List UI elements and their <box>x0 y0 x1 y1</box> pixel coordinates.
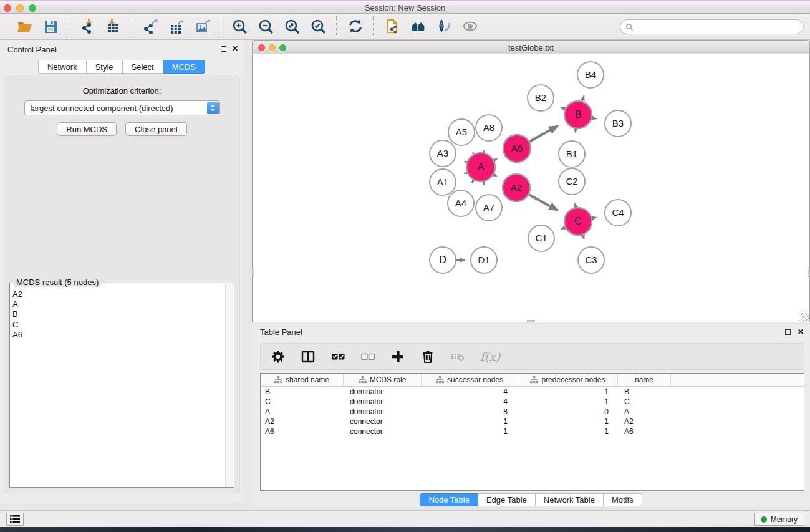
cell[interactable]: connector <box>344 427 422 436</box>
edge-A-A6[interactable] <box>494 159 497 160</box>
network-window-titlebar[interactable]: testGlobe.txt <box>252 40 810 54</box>
table-row[interactable]: Cdominator41C <box>261 397 804 407</box>
cell[interactable]: A6 <box>618 427 671 436</box>
cell[interactable]: connector <box>344 417 422 426</box>
cell[interactable]: 1 <box>422 417 518 426</box>
edge-A-A4[interactable] <box>472 180 474 183</box>
network-canvas[interactable]: AA1A3A5A8A4A7A6A2BB1B2B3B4CC1C2C3C4DD1 <box>252 54 810 322</box>
cell[interactable]: A <box>261 407 344 416</box>
cell[interactable]: 1 <box>518 417 618 426</box>
search-input[interactable] <box>634 22 803 31</box>
cell[interactable]: 1 <box>422 427 518 436</box>
result-item[interactable]: B <box>12 309 225 319</box>
network-graph[interactable]: AA1A3A5A8A4A7A6A2BB1B2B3B4CC1C2C3C4DD1 <box>253 54 809 322</box>
cell[interactable]: A <box>618 407 671 416</box>
zoom-in-button[interactable] <box>229 16 250 37</box>
cell[interactable]: B <box>261 387 344 396</box>
tab-network[interactable]: Network <box>38 60 87 74</box>
cell[interactable]: C <box>261 397 344 406</box>
export-image-button[interactable] <box>192 16 213 37</box>
column-header-name[interactable]: name <box>618 374 671 386</box>
result-item[interactable]: A <box>12 299 225 309</box>
criterion-select[interactable]: largest connected component (directed) <box>24 100 220 115</box>
edge-A-A5[interactable] <box>473 152 474 154</box>
zoom-out-button[interactable] <box>255 16 276 37</box>
show-graphics-button[interactable] <box>460 16 481 37</box>
resize-grip-icon[interactable] <box>801 313 809 321</box>
import-table-button[interactable] <box>103 16 124 37</box>
edge-C-C2[interactable] <box>575 203 576 208</box>
table-row[interactable]: Adominator80A <box>261 407 804 417</box>
edge-B-B2[interactable] <box>561 107 565 109</box>
cell[interactable]: 1 <box>518 427 618 436</box>
result-scrollbar[interactable] <box>225 284 233 486</box>
close-panel-button[interactable]: Close panel <box>125 122 187 136</box>
table-row[interactable]: A6connector11A6 <box>261 427 804 437</box>
column-header-shared-name[interactable]: shared name <box>261 374 344 386</box>
edge-C-C1[interactable] <box>561 228 565 230</box>
edge-A-A1[interactable] <box>465 173 467 174</box>
export-network-button[interactable] <box>140 16 161 37</box>
zoom-selected-button[interactable] <box>307 16 329 37</box>
export-table-button[interactable] <box>166 16 187 37</box>
float-panel-icon[interactable] <box>221 46 226 52</box>
node-table[interactable]: shared nameMCDS rolesuccessor nodesprede… <box>260 373 804 491</box>
open-session-button[interactable] <box>14 16 35 37</box>
style-preview-button[interactable] <box>433 16 455 37</box>
column-header-successor-nodes[interactable]: successor nodes <box>422 374 518 386</box>
cell[interactable]: A6 <box>261 427 344 436</box>
edge-C-C3[interactable] <box>582 235 584 239</box>
table-row[interactable]: A2connector11A2 <box>261 417 804 427</box>
edge-A-A7[interactable] <box>484 182 485 185</box>
edge-C-C4[interactable] <box>592 218 597 219</box>
memory-button[interactable]: Memory <box>754 513 804 526</box>
close-panel-icon[interactable]: ✕ <box>232 45 238 52</box>
cell[interactable]: dominator <box>344 397 422 406</box>
add-column-button[interactable] <box>390 349 406 365</box>
cell[interactable]: A2 <box>261 417 344 426</box>
edge-A2-C[interactable] <box>529 195 558 210</box>
edge-B-B4[interactable] <box>582 95 584 101</box>
save-session-button[interactable] <box>40 16 61 37</box>
result-item[interactable]: C <box>12 320 225 330</box>
tab-select[interactable]: Select <box>123 60 163 74</box>
delete-column-button[interactable] <box>420 349 436 365</box>
table-row[interactable]: Bdominator41B <box>261 387 804 397</box>
close-table-panel-icon[interactable]: ✕ <box>798 328 804 336</box>
run-mcds-button[interactable]: Run MCDS <box>57 122 117 136</box>
cell[interactable]: B <box>618 387 671 396</box>
edge-A-A8[interactable] <box>484 150 485 152</box>
task-history-button[interactable] <box>6 513 24 526</box>
cell[interactable]: C <box>618 397 671 406</box>
search-field[interactable] <box>620 19 804 34</box>
select-all-button[interactable] <box>330 349 346 365</box>
cell[interactable]: 0 <box>518 407 618 416</box>
cell[interactable]: dominator <box>344 407 422 416</box>
mcds-result-list[interactable]: A2ABCA6 <box>12 289 225 486</box>
tab-edge-table[interactable]: Edge Table <box>478 493 536 506</box>
edge-A6-B[interactable] <box>529 126 558 142</box>
column-header-MCDS-role[interactable]: MCDS role <box>344 374 422 386</box>
import-network-button[interactable] <box>77 16 98 37</box>
cell[interactable]: 8 <box>422 407 518 416</box>
home-button[interactable] <box>407 16 428 37</box>
tab-mcds[interactable]: MCDS <box>163 60 205 74</box>
tab-network-table[interactable]: Network Table <box>536 493 604 506</box>
cell[interactable]: 1 <box>518 387 618 396</box>
result-item[interactable]: A6 <box>12 330 225 340</box>
column-header-predecessor-nodes[interactable]: predecessor nodes <box>518 374 618 386</box>
refresh-button[interactable] <box>344 16 365 37</box>
deselect-all-button[interactable] <box>360 349 376 365</box>
cell[interactable]: A2 <box>618 417 671 426</box>
cell[interactable]: dominator <box>344 387 422 396</box>
cell[interactable]: 4 <box>422 387 518 396</box>
float-table-panel-icon[interactable] <box>785 329 791 335</box>
edge-A-A3[interactable] <box>465 162 467 162</box>
new-network-button[interactable] <box>381 16 402 37</box>
tab-node-table[interactable]: Node Table <box>420 493 478 506</box>
tab-motifs[interactable]: Motifs <box>604 493 642 506</box>
split-columns-button[interactable] <box>300 349 316 365</box>
gear-button[interactable] <box>270 349 286 365</box>
zoom-fit-button[interactable] <box>281 16 302 37</box>
edge-B-B3[interactable] <box>592 118 597 119</box>
